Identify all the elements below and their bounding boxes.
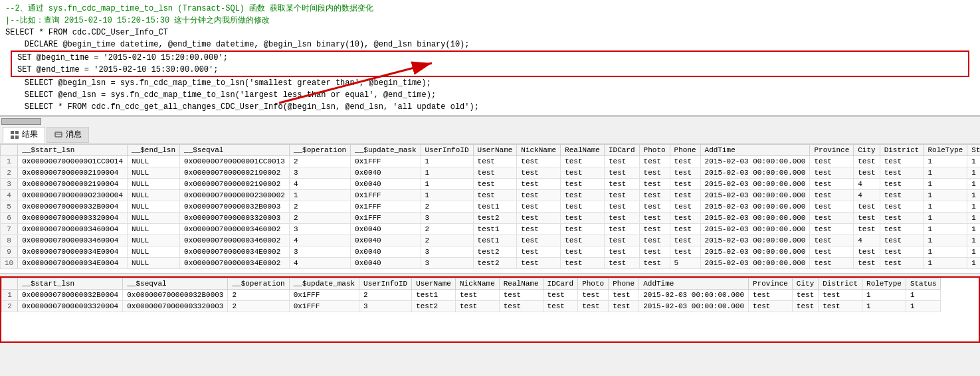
table-cell: test2 bbox=[473, 246, 517, 258]
table-cell: 1 bbox=[967, 235, 980, 246]
table-cell: 1 bbox=[967, 224, 980, 235]
bottom-table-cell: 3 bbox=[359, 301, 412, 312]
results-table-area[interactable]: __$start_lsn __$end_lsn __$seqval __$ope… bbox=[0, 144, 980, 274]
table-row: 40x000000700000002300004NULL0x0000007000… bbox=[1, 190, 981, 201]
table-cell: test bbox=[854, 213, 880, 224]
tab-bar: 结果 消息 bbox=[0, 126, 980, 144]
code-line-2: |--比如：查询 2015-02-10 15:20-15:30 这十分钟之内我所… bbox=[5, 15, 975, 27]
table-cell: 0x00000070000003460004 bbox=[18, 235, 128, 246]
bottom-table-cell: 0x00000070000003320004 bbox=[18, 301, 123, 312]
table-cell: NULL bbox=[128, 156, 180, 167]
table-cell: test bbox=[517, 224, 561, 235]
table-cell: 1 bbox=[967, 258, 980, 269]
table-cell: NULL bbox=[128, 235, 180, 246]
message-icon bbox=[54, 130, 63, 140]
table-cell: test bbox=[517, 179, 561, 190]
code-line-1: --2、通过 sys.fn_cdc_map_time_to_lsn (Trans… bbox=[5, 3, 975, 15]
table-cell: test bbox=[880, 156, 924, 167]
code-line-8: SELECT @end_lsn = sys.fn_cdc_map_time_to… bbox=[5, 89, 975, 101]
table-row: 20x00000070000002190004NULL0x00000070000… bbox=[1, 167, 981, 179]
bottom-table-cell: test bbox=[749, 301, 793, 312]
table-cell: test2 bbox=[473, 258, 517, 269]
table-cell: 0x00000070000002190002 bbox=[180, 167, 290, 179]
table-cell: NULL bbox=[128, 213, 180, 224]
table-cell: 3 bbox=[421, 258, 473, 269]
code-line-9: SELECT * FROM cdc.fn_cdc_get_all_changes… bbox=[5, 101, 975, 113]
table-cell: 1 bbox=[967, 179, 980, 190]
bottom-results-section[interactable]: __$start_lsn __$seqval __$operation __$u… bbox=[0, 276, 980, 343]
table-cell: test bbox=[604, 201, 639, 213]
table-cell: test bbox=[880, 258, 924, 269]
bottom-table-cell: test bbox=[819, 301, 862, 312]
bottom-table: __$start_lsn __$seqval __$operation __$u… bbox=[1, 278, 941, 312]
scrollbar-thumb[interactable] bbox=[1, 118, 41, 125]
table-cell: NULL bbox=[128, 179, 180, 190]
table-cell: test bbox=[670, 224, 700, 235]
table-cell: 2015-02-03 00:00:00.000 bbox=[700, 156, 810, 167]
table-cell: test bbox=[517, 235, 561, 246]
table-cell: 1 bbox=[967, 190, 980, 201]
table-cell: test bbox=[517, 167, 561, 179]
table-cell: 3 bbox=[1, 179, 18, 190]
bottom-table-cell: test bbox=[819, 290, 862, 301]
bot-col-update-mask: __$update_mask bbox=[289, 278, 359, 290]
table-cell: test1 bbox=[473, 201, 517, 213]
code-line-6: SET @end_time = '2015-02-10 15:30:00.000… bbox=[12, 64, 968, 76]
col-update-mask: __$update_mask bbox=[351, 145, 421, 156]
bottom-header-row: __$start_lsn __$seqval __$operation __$u… bbox=[2, 278, 941, 290]
bottom-table-cell: test bbox=[792, 301, 818, 312]
table-cell: 1 bbox=[924, 235, 967, 246]
table-cell: 0x000000700000001CC0013 bbox=[180, 156, 290, 167]
table-cell: test bbox=[561, 246, 605, 258]
grid-icon bbox=[10, 130, 19, 140]
table-row: 70x00000070000003460004NULL0x00000070000… bbox=[1, 224, 981, 235]
table-cell: 1 bbox=[421, 190, 473, 201]
table-cell: 1 bbox=[289, 190, 350, 201]
table-cell: 0x00000070000003460002 bbox=[180, 235, 290, 246]
table-cell: test bbox=[810, 201, 854, 213]
bot-col-username: UserName bbox=[412, 278, 456, 290]
col-phone: Phone bbox=[670, 145, 700, 156]
tab-results[interactable]: 结果 bbox=[3, 127, 45, 143]
bottom-table-cell: 2 bbox=[228, 301, 289, 312]
table-cell: 2015-02-03 00:00:00.000 bbox=[700, 179, 810, 190]
table-row: 90x000000700000034E0004NULL0x00000070000… bbox=[1, 246, 981, 258]
bottom-table-row: 10x000000700000032B00040x000000700000032… bbox=[2, 290, 941, 301]
bottom-table-cell: 0x000000700000032B0004 bbox=[18, 290, 123, 301]
table-cell: test bbox=[639, 258, 670, 269]
code-line-4: DECLARE @begin_time datetime, @end_time … bbox=[5, 39, 975, 50]
bot-col-idcard: IDCard bbox=[543, 278, 578, 290]
table-cell: 1 bbox=[924, 156, 967, 167]
table-cell: test bbox=[561, 201, 605, 213]
bot-col-nickname: NickName bbox=[455, 278, 499, 290]
table-cell: 0x0040 bbox=[351, 167, 421, 179]
table-cell: 3 bbox=[421, 246, 473, 258]
table-cell: test bbox=[670, 213, 700, 224]
bottom-table-cell: test bbox=[455, 301, 499, 312]
code-editor: --2、通过 sys.fn_cdc_map_time_to_lsn (Trans… bbox=[0, 0, 980, 116]
table-row: 50x000000700000032B0004NULL0x00000070000… bbox=[1, 201, 981, 213]
bot-col-start-lsn: __$start_lsn bbox=[18, 278, 123, 290]
col-end-lsn: __$end_lsn bbox=[128, 145, 180, 156]
table-cell: test bbox=[810, 235, 854, 246]
table-cell: 2015-02-03 00:00:00.000 bbox=[700, 167, 810, 179]
table-cell: 1 bbox=[924, 246, 967, 258]
table-cell: 3 bbox=[289, 246, 350, 258]
table-cell: 0x0040 bbox=[351, 179, 421, 190]
table-cell: 0x1FFF bbox=[351, 201, 421, 213]
code-line-3: SELECT * FROM cdc.CDC_User_Info_CT bbox=[5, 27, 975, 39]
table-cell: test bbox=[473, 179, 517, 190]
tab-messages[interactable]: 消息 bbox=[47, 127, 89, 143]
table-cell: 9 bbox=[1, 246, 18, 258]
table-cell: NULL bbox=[128, 167, 180, 179]
table-cell: 10 bbox=[1, 258, 18, 269]
table-cell: test bbox=[561, 167, 605, 179]
horizontal-scrollbar[interactable] bbox=[0, 116, 980, 126]
bottom-table-cell: test bbox=[499, 301, 543, 312]
table-cell: test bbox=[561, 179, 605, 190]
table-cell: test bbox=[880, 235, 924, 246]
table-cell: 0x1FFF bbox=[351, 190, 421, 201]
bot-col-userinfoid: UserInfoID bbox=[359, 278, 412, 290]
table-cell: test bbox=[604, 213, 639, 224]
bottom-table-cell: 0x00000070000003320003 bbox=[123, 301, 228, 312]
